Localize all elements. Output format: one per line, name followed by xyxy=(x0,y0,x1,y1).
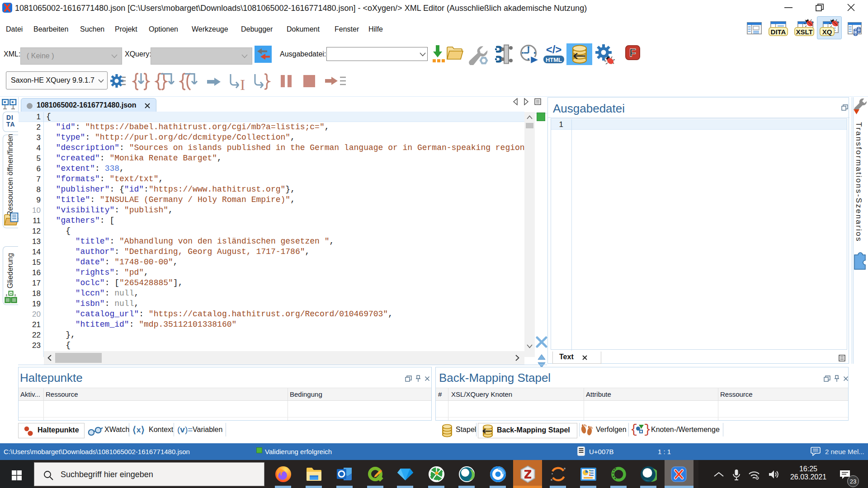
svg-text:</>: </> xyxy=(546,44,562,56)
svg-text:DITA: DITA xyxy=(771,28,786,36)
svg-text:HTML: HTML xyxy=(546,56,562,63)
svg-text:XSLT: XSLT xyxy=(796,28,812,36)
svg-text:F: F xyxy=(629,47,636,59)
svg-text:I: I xyxy=(240,76,245,90)
svg-text:XQ: XQ xyxy=(822,28,832,36)
